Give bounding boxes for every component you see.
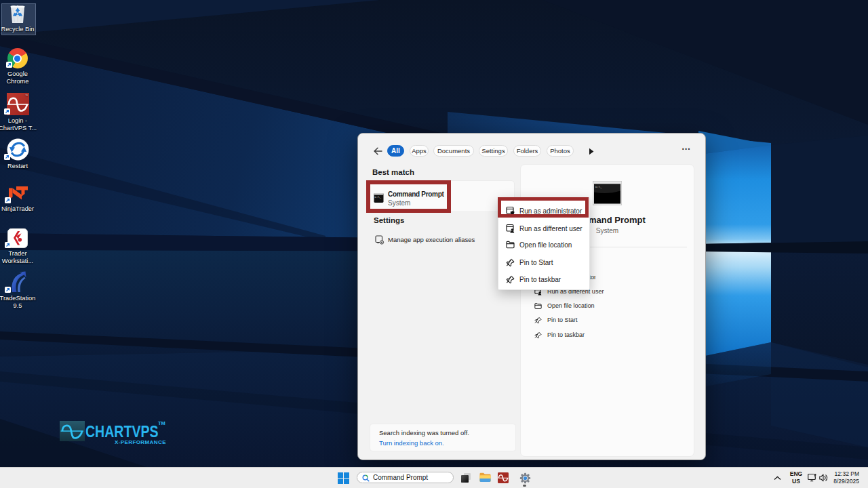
svg-text:™: ™ [25,94,28,97]
svg-text:C:\_: C:\_ [595,186,602,188]
